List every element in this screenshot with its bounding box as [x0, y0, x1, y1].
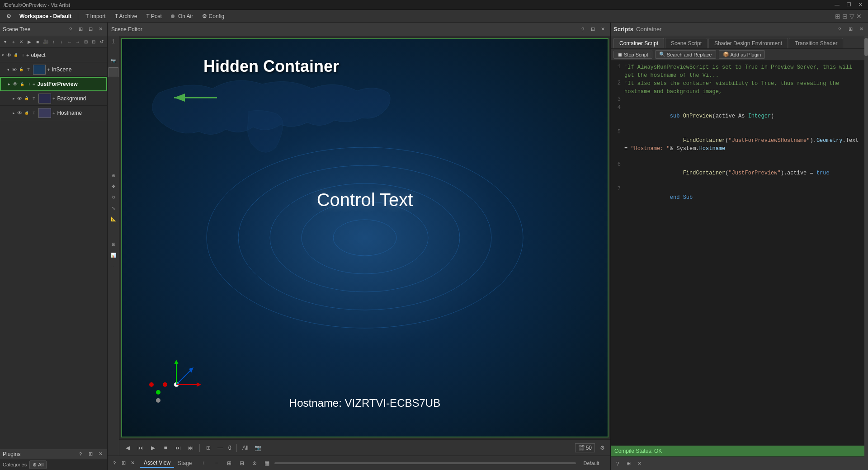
row-add-icon-2[interactable]: +: [47, 67, 50, 72]
tree-btn-refresh[interactable]: ↺: [98, 38, 105, 47]
tb-rotate-btn[interactable]: ↻: [108, 192, 118, 202]
asset-view-tab[interactable]: Asset View: [140, 459, 174, 468]
scene-tree-float[interactable]: ⊟: [86, 25, 94, 33]
lock-icon-2[interactable]: 🔒: [18, 66, 24, 73]
scripts-bottom-expand[interactable]: ⊞: [624, 460, 632, 468]
tb-scale-btn[interactable]: ⤡: [108, 203, 118, 213]
row-expand-arrow-2[interactable]: ▾: [7, 67, 11, 72]
row-add-icon-3[interactable]: +: [33, 81, 35, 87]
scripts-close[interactable]: ✕: [857, 25, 865, 33]
scene-tree-content[interactable]: ▾ 👁 🔒 T + object ▾ 👁 🔒 T +: [0, 48, 107, 449]
tree-btn-more2[interactable]: ⊟: [90, 38, 97, 47]
tb-cursor-btn[interactable]: ⊕: [108, 170, 118, 180]
asset-expand[interactable]: ⊞: [119, 459, 127, 467]
tree-btn-stop[interactable]: ■: [34, 38, 41, 47]
search-replace-btn[interactable]: 🔍 Search and Replace: [655, 50, 716, 59]
stage-btn5[interactable]: ⊛: [249, 458, 260, 469]
eye-icon-5[interactable]: 👁: [16, 110, 23, 116]
menu-import[interactable]: T Import: [82, 12, 109, 21]
tree-btn-expand[interactable]: ▾: [2, 38, 9, 47]
lock-icon[interactable]: 🔒: [13, 52, 19, 58]
stage-add[interactable]: ＋: [198, 458, 209, 469]
script-scrollbar[interactable]: [864, 36, 868, 459]
vb-camera-icon[interactable]: 📷: [253, 442, 264, 453]
plugins-close[interactable]: ✕: [96, 450, 104, 458]
tree-btn-right[interactable]: →: [74, 38, 81, 47]
all-categories-btn[interactable]: ⊛ All: [29, 461, 47, 469]
tree-btn-left[interactable]: ←: [66, 38, 73, 47]
tree-row-inscene[interactable]: ▾ 👁 🔒 T + InScene: [0, 62, 107, 77]
row-expand-arrow-5[interactable]: ▸: [13, 111, 16, 115]
row-expand-arrow-3[interactable]: ▸: [8, 82, 12, 86]
eye-icon-2[interactable]: 👁: [11, 66, 17, 73]
scene-tree-help[interactable]: ?: [66, 25, 75, 33]
stop-script-btn[interactable]: ⏹ Stop Script: [613, 51, 652, 59]
menu-post[interactable]: T Post: [142, 12, 165, 21]
stage-remove[interactable]: －: [211, 458, 222, 469]
scripts-bottom-help[interactable]: ?: [613, 460, 622, 468]
tab-scene-script[interactable]: Scene Script: [665, 38, 708, 48]
row-expand-arrow[interactable]: ▾: [2, 53, 5, 57]
tree-btn-camera[interactable]: 🎥: [42, 38, 49, 47]
eye-icon-4[interactable]: 👁: [16, 95, 23, 102]
add-plugin-btn[interactable]: 📦 Add as Plugin: [719, 50, 765, 59]
vb-frame-value[interactable]: 0: [226, 445, 233, 451]
tb-dot-btn[interactable]: ⋯: [108, 261, 118, 271]
minimize-btn[interactable]: —: [833, 2, 841, 8]
row-add-icon-5[interactable]: +: [52, 110, 55, 116]
scene-tree-close[interactable]: ✕: [96, 25, 104, 33]
menu-config[interactable]: ⚙ Config: [198, 12, 228, 21]
asset-help[interactable]: ?: [110, 459, 118, 467]
tree-row-background[interactable]: ▸ 👁 🔒 T + Background: [0, 91, 107, 106]
tab-shader-design[interactable]: Shader Design Environment: [708, 38, 788, 48]
plugins-help[interactable]: ?: [76, 450, 85, 458]
lock-icon-4[interactable]: 🔒: [24, 95, 30, 102]
vb-settings-btn[interactable]: ⚙: [597, 442, 608, 453]
lock-icon-5[interactable]: 🔒: [24, 110, 30, 116]
tb-preview-btn[interactable]: [108, 67, 118, 77]
stage-btn6[interactable]: ▦: [262, 458, 273, 469]
scripts-expand[interactable]: ⊞: [846, 25, 854, 33]
close-btn[interactable]: ✕: [857, 2, 864, 8]
tree-btn-delete[interactable]: ✕: [18, 38, 25, 47]
workspace-label[interactable]: Workspace - Default: [17, 12, 74, 21]
scrollbar-thumb[interactable]: [864, 38, 868, 56]
row-add-icon[interactable]: +: [26, 52, 29, 58]
eye-icon-3[interactable]: 👁: [12, 81, 18, 87]
plugins-expand[interactable]: ⊞: [86, 450, 94, 458]
tree-btn-more1[interactable]: ⊞: [82, 38, 90, 47]
maximize-btn[interactable]: ❐: [845, 2, 853, 8]
stage-tab[interactable]: Stage: [174, 459, 195, 467]
tree-btn-add[interactable]: ＋: [10, 38, 17, 47]
tree-btn-up[interactable]: ↑: [50, 38, 57, 47]
scripts-bottom-close[interactable]: ✕: [635, 460, 643, 468]
vb-btn-next[interactable]: ⏭: [173, 442, 184, 453]
scene-editor-expand[interactable]: ⊞: [589, 25, 597, 33]
tab-container-script[interactable]: Container Script: [613, 38, 664, 48]
code-editor[interactable]: 1 'If AlwaysRunPreviewScript is set to T…: [611, 61, 868, 446]
menu-on-air[interactable]: On Air: [167, 12, 197, 21]
menu-archive[interactable]: T Archive: [111, 12, 141, 21]
vb-btn-last[interactable]: ⏭: [185, 442, 196, 453]
vb-keyframe-btn[interactable]: ⊞: [203, 442, 214, 453]
tb-chart-btn[interactable]: 📊: [108, 250, 118, 260]
tree-row-hostname[interactable]: ▸ 👁 🔒 T + Hostname: [0, 106, 107, 120]
row-expand-arrow-4[interactable]: ▸: [13, 96, 16, 101]
tree-row-object[interactable]: ▾ 👁 🔒 T + object: [0, 48, 107, 62]
lock-icon-3[interactable]: 🔒: [19, 81, 25, 87]
transform-gizmo[interactable]: [149, 360, 203, 405]
scene-editor-close[interactable]: ✕: [599, 25, 607, 33]
row-add-icon-4[interactable]: +: [52, 96, 55, 101]
tb-grid-btn[interactable]: ⊞: [108, 239, 118, 249]
vb-all-btn[interactable]: All: [240, 442, 251, 453]
vb-btn-stop[interactable]: ■: [160, 442, 171, 453]
scripts-help[interactable]: ?: [835, 25, 844, 33]
tb-camera-btn[interactable]: 📷: [108, 56, 118, 66]
asset-close[interactable]: ✕: [128, 459, 137, 467]
vb-btn-prev-frame[interactable]: ◀: [122, 442, 133, 453]
vb-btn-play[interactable]: ▶: [147, 442, 158, 453]
viewport-canvas[interactable]: Hidden Container: [121, 38, 609, 437]
tb-move-btn[interactable]: ✥: [108, 181, 118, 191]
scene-editor-help[interactable]: ?: [579, 25, 587, 33]
stage-btn4[interactable]: ⊟: [236, 458, 247, 469]
